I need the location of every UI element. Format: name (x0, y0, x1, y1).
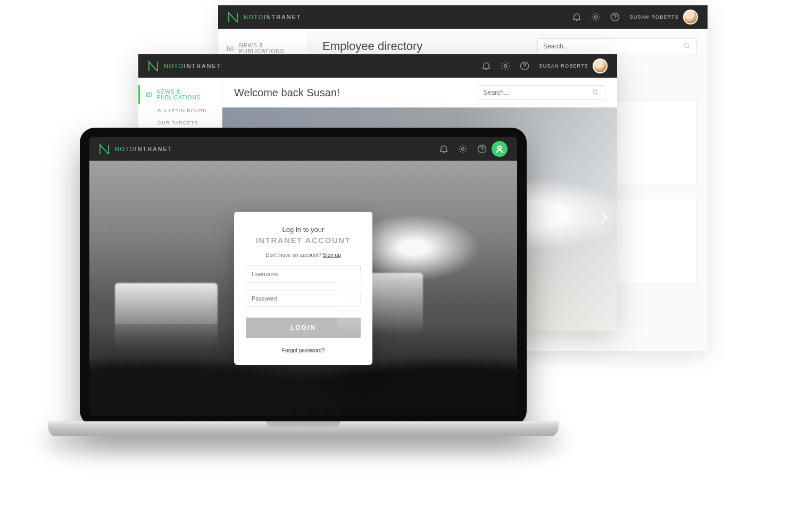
header-bar: NOTOINTRANET SUSAN ROBERTS (138, 54, 617, 78)
help-icon[interactable] (519, 60, 530, 72)
username-input[interactable] (246, 265, 361, 282)
sidebar-item-label: NEWS & PUBLICATIONS (239, 43, 300, 54)
avatar[interactable] (683, 10, 698, 24)
user-name: SUSAN ROBERTS (630, 14, 679, 20)
brand-part1: NOTO (164, 63, 184, 69)
hero-image: Log in to your INTRANET ACCOUNT Don't ha… (89, 161, 517, 416)
gear-icon[interactable] (457, 143, 469, 155)
laptop-mockup: NOTOINTRANET Log in to your INTRANET ACC… (48, 128, 559, 468)
login-card: Log in to your INTRANET ACCOUNT Don't ha… (234, 212, 372, 365)
login-noaccount: Don't have an account? Sign up (246, 252, 361, 258)
user-name: SUSAN ROBERTS (539, 63, 588, 69)
sidebar-item-label: NEWS & PUBLICATIONS (157, 89, 214, 101)
laptop-base (48, 421, 559, 436)
password-input[interactable] (246, 290, 361, 307)
login-window: NOTOINTRANET Log in to your INTRANET ACC… (89, 137, 517, 416)
brand-part1: NOTO (115, 146, 135, 152)
search-icon (592, 89, 600, 96)
avatar[interactable] (593, 59, 608, 73)
search-icon (684, 43, 691, 50)
search-input[interactable] (484, 89, 592, 96)
chevron-right-icon[interactable] (596, 210, 612, 226)
brand-part2: INTRANET (264, 14, 302, 20)
news-icon (146, 91, 152, 98)
brand-part2: INTRANET (135, 146, 173, 152)
page-title: Welcome back Susan! (234, 87, 340, 99)
help-icon[interactable] (609, 11, 621, 23)
bell-icon[interactable] (438, 143, 450, 155)
search-box[interactable] (478, 85, 605, 100)
search-input[interactable] (543, 43, 684, 50)
bell-icon[interactable] (571, 11, 583, 23)
brand-part1: NOTO (244, 14, 264, 20)
logo-icon (148, 61, 159, 71)
search-box[interactable] (537, 38, 697, 54)
gear-icon[interactable] (500, 60, 511, 72)
logo-icon (228, 12, 238, 22)
forgot-password-link[interactable]: Forgot password? (246, 347, 361, 353)
login-button[interactable]: LOGIN (246, 318, 361, 338)
login-title-2: INTRANET ACCOUNT (246, 236, 361, 245)
header-bar: NOTOINTRANET (89, 137, 517, 161)
sidebar-sub-bulletin[interactable]: BULLETIN BOARD (138, 104, 222, 117)
logo-icon (99, 144, 110, 154)
gear-icon[interactable] (590, 11, 602, 23)
signup-link[interactable]: Sign up (323, 252, 341, 258)
bell-icon[interactable] (480, 60, 492, 72)
page-title: Employee directory (322, 39, 422, 53)
help-icon[interactable] (476, 143, 488, 155)
sidebar-sub-targets[interactable]: OUR TARGETS (138, 117, 222, 129)
news-icon (227, 44, 234, 53)
header-bar: NOTOINTRANET SUSAN ROBERTS (218, 5, 708, 29)
login-title-1: Log in to your (246, 226, 361, 234)
account-icon[interactable] (492, 141, 508, 157)
sidebar-item-news[interactable]: NEWS & PUBLICATIONS (138, 85, 222, 104)
brand-part2: INTRANET (184, 63, 222, 69)
